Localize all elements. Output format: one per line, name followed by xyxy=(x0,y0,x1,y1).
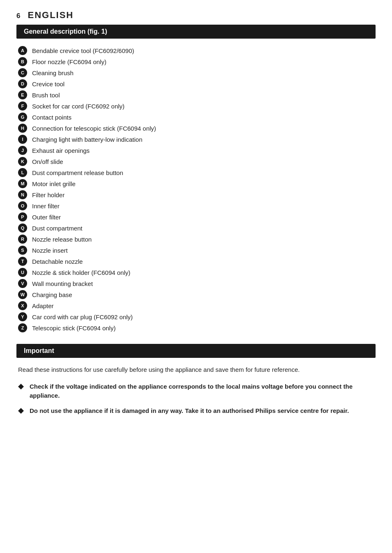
item-badge: G xyxy=(18,113,27,122)
item-text: Charging base xyxy=(32,291,72,298)
item-text: On/off slide xyxy=(32,158,63,165)
list-item: O Inner filter xyxy=(18,201,374,210)
list-item: Y Car cord with car plug (FC6092 only) xyxy=(18,312,374,321)
item-badge: V xyxy=(18,279,27,288)
list-item: C Cleaning brush xyxy=(18,68,374,77)
item-badge: P xyxy=(18,212,27,221)
item-badge: T xyxy=(18,257,27,266)
item-badge: N xyxy=(18,190,27,199)
bullet-item: Do not use the appliance if it is damage… xyxy=(18,406,374,417)
item-badge: C xyxy=(18,68,27,77)
item-badge: K xyxy=(18,157,27,166)
important-body: Read these instructions for use carefull… xyxy=(16,365,376,416)
item-text: Bendable crevice tool (FC6092/6090) xyxy=(32,47,134,54)
item-badge: Y xyxy=(18,312,27,321)
item-badge: R xyxy=(18,235,27,244)
item-text: Charging light with battery-low indicati… xyxy=(32,136,142,143)
list-item: G Contact points xyxy=(18,113,374,122)
list-item: J Exhaust air openings xyxy=(18,146,374,155)
list-item: F Socket for car cord (FC6092 only) xyxy=(18,101,374,111)
item-text: Car cord with car plug (FC6092 only) xyxy=(32,313,133,320)
item-badge: M xyxy=(18,179,27,188)
list-item: D Crevice tool xyxy=(18,79,374,88)
list-item: Q Dust compartment xyxy=(18,224,374,233)
item-text: Exhaust air openings xyxy=(32,147,90,154)
item-text: Wall mounting bracket xyxy=(32,280,93,287)
item-badge: I xyxy=(18,135,27,144)
item-badge: O xyxy=(18,201,27,210)
svg-marker-0 xyxy=(18,384,24,389)
item-text: Brush tool xyxy=(32,92,60,99)
list-item: L Dust compartment release button xyxy=(18,168,374,177)
list-item: B Floor nozzle (FC6094 only) xyxy=(18,57,374,66)
item-text: Detachable nozzle xyxy=(32,258,83,265)
item-badge: H xyxy=(18,124,27,133)
list-item: X Adapter xyxy=(18,301,374,310)
list-item: T Detachable nozzle xyxy=(18,257,374,266)
bullet-text: Do not use the appliance if it is damage… xyxy=(30,406,349,416)
page-wrapper: 6 ENGLISH General description (fig. 1) A… xyxy=(0,0,392,438)
list-item: E Brush tool xyxy=(18,90,374,99)
page-number: 6 xyxy=(16,12,20,20)
items-list: A Bendable crevice tool (FC6092/6090) B … xyxy=(16,46,376,332)
list-item: V Wall mounting bracket xyxy=(18,279,374,288)
item-text: Nozzle insert xyxy=(32,247,68,254)
list-item: K On/off slide xyxy=(18,157,374,166)
item-badge: F xyxy=(18,101,27,111)
item-badge: W xyxy=(18,290,27,299)
item-badge: J xyxy=(18,146,27,155)
list-item: A Bendable crevice tool (FC6092/6090) xyxy=(18,46,374,55)
item-text: Filter holder xyxy=(32,191,65,198)
item-badge: S xyxy=(18,246,27,255)
item-badge: Z xyxy=(18,323,27,332)
list-item: H Connection for telescopic stick (FC609… xyxy=(18,124,374,133)
svg-marker-1 xyxy=(18,408,24,414)
item-text: Motor inlet grille xyxy=(32,180,76,187)
item-badge: B xyxy=(18,57,27,66)
page-language: ENGLISH xyxy=(28,10,74,21)
item-text: Adapter xyxy=(32,302,54,309)
general-section-header: General description (fig. 1) xyxy=(16,25,376,39)
list-item: M Motor inlet grille xyxy=(18,179,374,188)
item-badge: X xyxy=(18,301,27,310)
item-text: Nozzle release button xyxy=(32,236,92,243)
item-badge: E xyxy=(18,90,27,99)
list-item: U Nozzle & stick holder (FC6094 only) xyxy=(18,268,374,277)
item-badge: D xyxy=(18,79,27,88)
item-text: Dust compartment release button xyxy=(32,169,123,176)
list-item: N Filter holder xyxy=(18,190,374,199)
bullet-icon xyxy=(18,383,24,392)
important-intro: Read these instructions for use carefull… xyxy=(18,365,374,375)
important-section-header: Important xyxy=(16,344,376,358)
list-item: P Outer filter xyxy=(18,212,374,221)
bullet-icon xyxy=(18,407,24,417)
item-text: Telescopic stick (FC6094 only) xyxy=(32,325,115,332)
list-item: W Charging base xyxy=(18,290,374,299)
item-text: Dust compartment xyxy=(32,225,83,232)
bullet-text: Check if the voltage indicated on the ap… xyxy=(30,382,374,401)
list-item: I Charging light with battery-low indica… xyxy=(18,135,374,144)
item-text: Inner filter xyxy=(32,203,60,210)
item-text: Floor nozzle (FC6094 only) xyxy=(32,58,106,65)
item-text: Contact points xyxy=(32,114,71,121)
item-text: Outer filter xyxy=(32,214,61,221)
bullet-list: Check if the voltage indicated on the ap… xyxy=(18,382,374,417)
item-text: Crevice tool xyxy=(32,81,65,88)
item-badge: U xyxy=(18,268,27,277)
list-item: S Nozzle insert xyxy=(18,246,374,255)
item-text: Nozzle & stick holder (FC6094 only) xyxy=(32,269,130,276)
general-description-section: General description (fig. 1) A Bendable … xyxy=(16,25,376,332)
list-item: Z Telescopic stick (FC6094 only) xyxy=(18,323,374,332)
item-badge: Q xyxy=(18,224,27,233)
list-item: R Nozzle release button xyxy=(18,235,374,244)
important-section: Important Read these instructions for us… xyxy=(16,344,376,416)
item-badge: L xyxy=(18,168,27,177)
item-text: Cleaning brush xyxy=(32,69,74,76)
item-text: Socket for car cord (FC6092 only) xyxy=(32,103,125,110)
item-text: Connection for telescopic stick (FC6094 … xyxy=(32,125,156,132)
item-badge: A xyxy=(18,46,27,55)
bullet-item: Check if the voltage indicated on the ap… xyxy=(18,382,374,401)
page-header: 6 ENGLISH xyxy=(16,10,376,21)
